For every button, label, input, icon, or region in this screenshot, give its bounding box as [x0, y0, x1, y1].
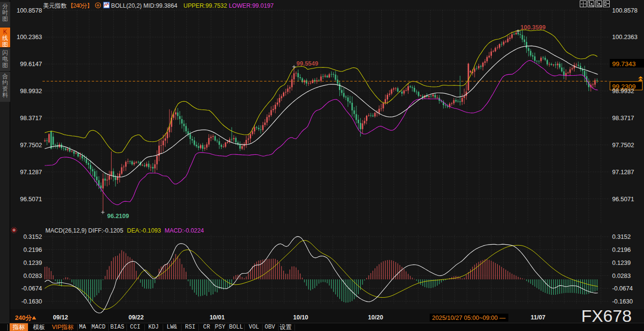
svg-text:98.9932: 98.9932 — [20, 88, 42, 95]
svg-text:97.7502: 97.7502 — [612, 142, 634, 149]
svg-text:0.3152: 0.3152 — [23, 234, 42, 240]
svg-text:10/01: 10/01 — [210, 314, 224, 321]
svg-text:2025/10/27 05:00~09:00 —: 2025/10/27 05:00~09:00 — — [432, 315, 505, 321]
svg-text:-0.0674: -0.0674 — [21, 285, 42, 292]
svg-text:-0.0674: -0.0674 — [612, 285, 633, 292]
svg-text:96.5071: 96.5071 — [20, 196, 42, 203]
svg-text:96.2109: 96.2109 — [107, 213, 129, 220]
svg-text:10/10: 10/10 — [293, 314, 308, 321]
svg-text:-0.1630: -0.1630 — [21, 298, 42, 305]
svg-text:-0.1630: -0.1630 — [612, 298, 633, 305]
svg-text:99.6147: 99.6147 — [20, 61, 42, 68]
svg-text:100.3599: 100.3599 — [520, 24, 546, 31]
svg-text:0.3152: 0.3152 — [612, 234, 631, 240]
svg-text:100.8578: 100.8578 — [16, 7, 42, 14]
svg-text:96.5071: 96.5071 — [612, 196, 634, 203]
svg-text:0.1239: 0.1239 — [612, 260, 631, 266]
svg-text:240分: 240分 — [15, 314, 32, 321]
svg-text:97.7502: 97.7502 — [20, 142, 42, 149]
svg-text:DEA:-0.1093: DEA:-0.1093 — [127, 227, 161, 234]
svg-text:MACD:-0.0224: MACD:-0.0224 — [165, 227, 204, 234]
svg-text:美元指数: 美元指数 — [43, 2, 67, 9]
svg-text:98.3717: 98.3717 — [20, 115, 42, 122]
svg-text:99.7343: 99.7343 — [612, 60, 636, 68]
svg-text:0.1239: 0.1239 — [23, 260, 42, 266]
svg-text:UPPER:99.7532: UPPER:99.7532 — [183, 2, 227, 9]
svg-text:0.0283: 0.0283 — [612, 273, 631, 279]
svg-text:98.9932: 98.9932 — [612, 88, 634, 95]
svg-text:0.0283: 0.0283 — [23, 273, 42, 279]
svg-text:MACD(26,12,9) DIFF:-0.1205: MACD(26,12,9) DIFF:-0.1205 — [45, 227, 123, 234]
svg-text:LOWER:99.0197: LOWER:99.0197 — [229, 2, 274, 9]
svg-text:97.1287: 97.1287 — [612, 169, 634, 176]
svg-text:98.3717: 98.3717 — [612, 115, 634, 122]
svg-text:09/12: 09/12 — [53, 314, 68, 321]
svg-text:11/07: 11/07 — [531, 314, 546, 321]
svg-text:100.2363: 100.2363 — [16, 34, 42, 41]
svg-text:10/20: 10/20 — [368, 314, 383, 321]
svg-text:0.2196: 0.2196 — [23, 247, 42, 253]
svg-text:100.8578: 100.8578 — [612, 7, 638, 14]
svg-text:【240分】: 【240分】 — [68, 2, 92, 9]
svg-text:0.2196: 0.2196 — [612, 247, 631, 253]
svg-text:09/22: 09/22 — [128, 314, 143, 321]
svg-text:99.5549: 99.5549 — [296, 60, 318, 67]
svg-text:97.1287: 97.1287 — [20, 169, 42, 176]
svg-text:BOLL(20,2) MID:99.3864: BOLL(20,2) MID:99.3864 — [111, 2, 178, 9]
svg-text:100.2363: 100.2363 — [612, 34, 638, 41]
